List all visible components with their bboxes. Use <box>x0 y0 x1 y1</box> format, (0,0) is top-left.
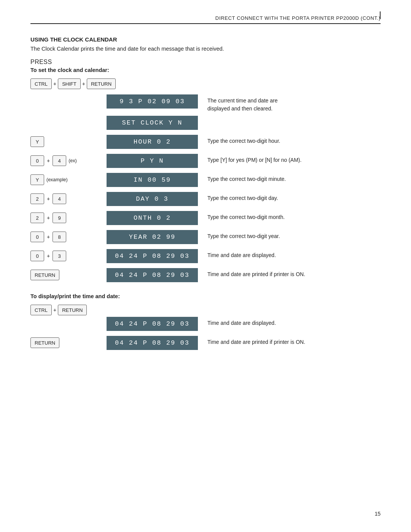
page-number: 15 <box>374 511 381 517</box>
keys-col-9: 0 + 3 <box>30 249 107 261</box>
return-key-1[interactable]: RETURN <box>30 270 59 280</box>
display-print-table: 04 24 P 08 29 03 Time and date are displ… <box>30 317 381 352</box>
dp-display-col-2: 04 24 P 08 29 03 <box>107 336 200 350</box>
key-4-2[interactable]: 4 <box>53 193 66 204</box>
page-header: DIRECT CONNECT WITH THE PORTA PRINTER PP… <box>30 15 381 24</box>
desc-9: Time and date are displayed. <box>207 249 381 259</box>
key-0-3[interactable]: 0 <box>30 251 44 261</box>
step-row-2: SET CLOCK Y N <box>30 116 381 132</box>
display-9: 04 24 P 08 29 03 <box>107 249 198 263</box>
y-key-1[interactable]: Y <box>30 136 44 147</box>
display-7: ONTH 0 2 <box>107 211 198 225</box>
desc-10: Time and date are printed if printer is … <box>207 268 381 278</box>
step-row-7: 2 + 9 ONTH 0 2 Type the correct two-digi… <box>30 211 381 227</box>
keys-col-10: RETURN <box>30 268 107 280</box>
example-label: (example) <box>46 177 68 182</box>
desc-1: The current time and date aredisplayed a… <box>207 94 381 113</box>
plus-9a: + <box>47 253 50 259</box>
y-key-2[interactable]: Y <box>30 174 44 185</box>
section-description: The Clock Calendar prints the time and d… <box>30 46 381 52</box>
desc-3: Type the correct two-digit hour. <box>207 135 381 145</box>
desc-7: Type the correct two-digit month. <box>207 211 381 221</box>
keys-col-6: 2 + 4 <box>30 192 107 204</box>
ctrl-key[interactable]: CTRL <box>30 78 52 89</box>
display-col-1: 9 3 P 02 09 03 <box>107 94 200 109</box>
keys-col-5: Y (example) <box>30 173 107 185</box>
plus-dp1: + <box>53 307 56 313</box>
header-border-line <box>380 11 381 19</box>
return-key-3[interactable]: RETURN <box>30 337 59 348</box>
keys-col-8: 0 + 8 <box>30 230 107 242</box>
dp-display-col-1: 04 24 P 08 29 03 <box>107 317 200 331</box>
plus-2: + <box>82 81 85 87</box>
plus-6a: + <box>47 196 50 202</box>
key-0-1[interactable]: 0 <box>30 155 44 166</box>
display-col-7: ONTH 0 2 <box>107 211 200 225</box>
keys-col-3: Y <box>30 135 107 147</box>
dp-step-row-2: RETURN 04 24 P 08 29 03 Time and date ar… <box>30 336 381 352</box>
ctrl-return-key-row: CTRL + RETURN <box>30 305 381 315</box>
display-print-section: To display/print the time and date: CTRL… <box>30 293 381 352</box>
key-combination-row: CTRL + SHIFT + RETURN <box>30 78 381 89</box>
display-3: HOUR 0 2 <box>107 135 198 149</box>
key-3[interactable]: 3 <box>53 251 66 261</box>
plus-7a: + <box>47 215 50 221</box>
desc-6: Type the correct two-digit day. <box>207 192 381 202</box>
desc-5: Type the correct two-digit minute. <box>207 173 381 183</box>
display-col-4: P Y N <box>107 154 200 168</box>
dp-keys-col-2: RETURN <box>30 336 107 348</box>
section-title: USING THE CLOCK CALENDAR <box>30 36 381 43</box>
return-key-2[interactable]: RETURN <box>58 305 87 315</box>
display-col-6: DAY 0 3 <box>107 192 200 206</box>
ctrl-key-2[interactable]: CTRL <box>30 305 52 315</box>
header-title: DIRECT CONNECT WITH THE PORTA PRINTER PP… <box>215 15 381 21</box>
display-col-2: SET CLOCK Y N <box>107 116 200 130</box>
step-row-8: 0 + 8 YEAR 02 99 Type the correct two-di… <box>30 230 381 246</box>
display-5: IN 00 59 <box>107 173 198 187</box>
step-row-10: RETURN 04 24 P 08 29 03 Time and date ar… <box>30 268 381 284</box>
shift-key[interactable]: SHIFT <box>58 78 81 89</box>
display-4: P Y N <box>107 154 198 168</box>
plus-8a: + <box>47 234 50 240</box>
dp-step-row-1: 04 24 P 08 29 03 Time and date are displ… <box>30 317 381 333</box>
keys-col-1 <box>30 94 107 96</box>
ex-label: (ex) <box>68 158 77 163</box>
keys-col-4: 0 + 4 (ex) <box>30 154 107 166</box>
sub-label: To set the clock and calendar: <box>30 67 381 73</box>
desc-2 <box>207 116 381 118</box>
press-label: PRESS <box>30 59 381 66</box>
dp-display-2: 04 24 P 08 29 03 <box>107 336 198 350</box>
step-row-3: Y HOUR 0 2 Type the correct two-digit ho… <box>30 135 381 151</box>
display-col-9: 04 24 P 08 29 03 <box>107 249 200 263</box>
step-row-6: 2 + 4 DAY 0 3 Type the correct two-digit… <box>30 192 381 208</box>
dp-keys-col-1 <box>30 317 107 318</box>
dp-desc-2: Time and date are printed if printer is … <box>207 336 381 346</box>
display-6: DAY 0 3 <box>107 192 198 206</box>
display-1: 9 3 P 02 09 03 <box>107 94 198 109</box>
step-row-1: 9 3 P 02 09 03 The current time and date… <box>30 94 381 113</box>
key-2-1[interactable]: 2 <box>30 193 44 204</box>
key-4[interactable]: 4 <box>53 155 66 166</box>
page: DIRECT CONNECT WITH THE PORTA PRINTER PP… <box>0 0 411 532</box>
display-col-3: HOUR 0 2 <box>107 135 200 149</box>
display-print-label: To display/print the time and date: <box>30 293 381 299</box>
keys-col-2 <box>30 116 107 117</box>
key-0-2[interactable]: 0 <box>30 232 44 242</box>
step-row-4: 0 + 4 (ex) P Y N Type [Y] for yes (PM) o… <box>30 154 381 170</box>
plus-4a: + <box>47 158 50 164</box>
display-col-10: 04 24 P 08 29 03 <box>107 268 200 282</box>
key-9[interactable]: 9 <box>53 212 66 223</box>
display-2: SET CLOCK Y N <box>107 116 198 130</box>
dp-desc-1: Time and date are displayed. <box>207 317 381 327</box>
dp-display-1: 04 24 P 08 29 03 <box>107 317 198 331</box>
key-8[interactable]: 8 <box>53 232 66 242</box>
desc-8: Type the correct two-digit year. <box>207 230 381 240</box>
desc-4: Type [Y] for yes (PM) or [N] for no (AM)… <box>207 154 381 164</box>
step-row-5: Y (example) IN 00 59 Type the correct tw… <box>30 173 381 189</box>
return-key[interactable]: RETURN <box>87 78 116 89</box>
display-col-8: YEAR 02 99 <box>107 230 200 244</box>
key-2-2[interactable]: 2 <box>30 212 44 223</box>
steps-table: 9 3 P 02 09 03 The current time and date… <box>30 94 381 284</box>
step-row-9: 0 + 3 04 24 P 08 29 03 Time and date are… <box>30 249 381 265</box>
keys-col-7: 2 + 9 <box>30 211 107 223</box>
